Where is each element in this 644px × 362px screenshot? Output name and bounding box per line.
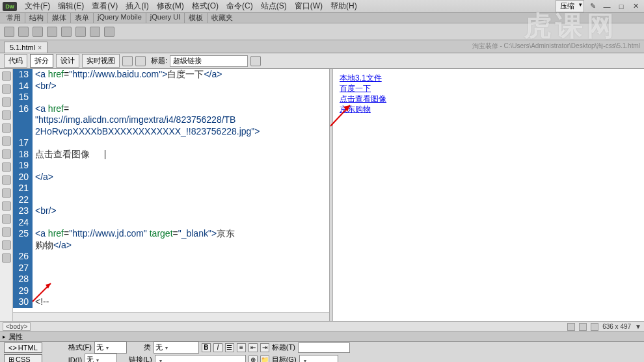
status-icon[interactable] — [579, 323, 587, 331]
preview-link[interactable]: 点击查看图像 — [340, 94, 637, 104]
insert-icon[interactable] — [90, 27, 100, 37]
html-mode-button[interactable]: <>HTML — [4, 343, 42, 353]
class-dropdown[interactable]: 无 — [154, 341, 199, 354]
status-icon[interactable] — [567, 323, 575, 331]
insert-icon[interactable] — [18, 27, 29, 37]
insert-tab[interactable]: 收藏夹 — [208, 13, 237, 23]
code-editor[interactable]: 13<a href="http://www.baidu.com">白度一下</a… — [13, 69, 329, 321]
menu-item[interactable]: 修改(M) — [153, 1, 188, 10]
title-input[interactable] — [298, 343, 350, 353]
layout-dropdown[interactable]: 压缩 — [556, 0, 584, 12]
link-dropdown[interactable] — [155, 355, 246, 363]
insert-icon[interactable] — [47, 27, 57, 37]
code-line[interactable]: 19 — [13, 160, 329, 172]
close-icon[interactable]: ✕ — [630, 2, 641, 11]
code-line[interactable]: "https://img.alicdn.com/imgextra/i4/8237… — [13, 114, 329, 126]
code-line[interactable]: 26 — [13, 251, 329, 263]
menu-item[interactable]: 帮助(H) — [327, 1, 361, 10]
split-view-button[interactable]: 拆分 — [30, 54, 53, 68]
preview-link[interactable]: 百度一下 — [340, 83, 637, 94]
outdent-icon[interactable]: ⇤ — [248, 343, 258, 352]
code-line[interactable]: 29 — [13, 285, 329, 297]
code-line[interactable]: 28 — [13, 274, 329, 285]
insert-tab[interactable]: 常用 — [3, 13, 25, 23]
dropdown-arrow-icon[interactable]: ▼ — [635, 323, 641, 330]
menu-item[interactable]: 插入(I) — [122, 1, 152, 10]
collapse-icon[interactable]: ▸ — [3, 333, 6, 340]
italic-icon[interactable]: I — [213, 343, 222, 352]
code-line[interactable]: 20</a> — [13, 172, 329, 183]
gutter-icon[interactable] — [2, 84, 11, 94]
gutter-icon[interactable] — [2, 201, 11, 211]
gutter-icon[interactable] — [2, 227, 11, 237]
code-line[interactable]: 购物</a> — [13, 240, 329, 252]
close-tab-icon[interactable]: × — [38, 44, 42, 51]
format-dropdown[interactable]: 无 — [94, 341, 127, 354]
preview-link[interactable]: 本地3.1文件 — [340, 73, 637, 83]
insert-tab[interactable]: 表单 — [71, 13, 94, 23]
code-line[interactable]: 16<a href= — [13, 103, 329, 115]
preview-link[interactable]: 京东购物 — [340, 104, 637, 114]
css-mode-button[interactable]: ⊞CSS — [4, 354, 42, 363]
gutter-icon[interactable] — [2, 110, 11, 120]
gutter-icon[interactable] — [2, 240, 11, 250]
insert-tab[interactable]: 结构 — [25, 13, 48, 23]
code-line[interactable]: 25<a href="http://www.jd.com" target="_b… — [13, 228, 329, 240]
code-line[interactable]: 23<br/> — [13, 205, 329, 217]
code-line[interactable]: 15 — [13, 92, 329, 103]
document-tab[interactable]: 5.1.html × — [4, 42, 47, 53]
code-line[interactable]: 21 — [13, 183, 329, 194]
gutter-icon[interactable] — [2, 123, 11, 133]
tag-selector[interactable]: <body> — [3, 322, 31, 331]
code-line[interactable]: 27 — [13, 263, 329, 274]
insert-tab[interactable]: jQuery UI — [146, 13, 185, 23]
gutter-icon[interactable] — [2, 149, 11, 159]
gutter-icon[interactable] — [2, 175, 11, 185]
gutter-icon[interactable] — [2, 162, 11, 172]
insert-icon[interactable] — [61, 27, 72, 37]
menu-item[interactable]: 命令(C) — [222, 1, 257, 10]
maximize-icon[interactable]: □ — [615, 2, 627, 11]
browse-icon[interactable]: 📁 — [260, 356, 269, 363]
code-line[interactable]: 30<!-- — [13, 296, 329, 308]
live-view-button[interactable]: 实时视图 — [82, 54, 120, 68]
code-view-button[interactable]: 代码 — [4, 54, 27, 68]
insert-tab[interactable]: 模板 — [185, 13, 208, 23]
toolbar-icon[interactable] — [250, 56, 261, 66]
horizontal-scrollbar[interactable] — [13, 312, 329, 321]
gutter-icon[interactable] — [2, 253, 11, 263]
ul-icon[interactable]: ☰ — [225, 343, 234, 352]
gutter-icon[interactable] — [2, 97, 11, 107]
code-line[interactable]: 18点击查看图像 — [13, 149, 329, 161]
ol-icon[interactable]: ≡ — [237, 343, 246, 352]
properties-header[interactable]: ▸ 属性 — [0, 331, 644, 342]
bold-icon[interactable]: B — [202, 343, 211, 352]
gutter-icon[interactable] — [2, 214, 11, 224]
indent-icon[interactable]: ⇥ — [260, 343, 269, 352]
menu-item[interactable]: 文件(F) — [21, 1, 54, 10]
insert-icon[interactable] — [104, 27, 114, 37]
menu-item[interactable]: 窗口(W) — [291, 1, 327, 10]
code-line[interactable]: 17 — [13, 137, 329, 149]
toolbar-icon[interactable] — [135, 56, 146, 66]
gutter-icon[interactable] — [2, 136, 11, 146]
insert-icon[interactable] — [75, 27, 86, 37]
code-line[interactable]: 13<a href="http://www.baidu.com">白度一下</a… — [13, 69, 329, 81]
id-dropdown[interactable]: 无 — [85, 354, 117, 362]
sync-icon[interactable]: ✎ — [587, 2, 598, 11]
target-dropdown[interactable] — [299, 355, 338, 363]
gutter-icon[interactable] — [2, 71, 11, 81]
design-view-button[interactable]: 设计 — [56, 54, 79, 68]
page-title-input[interactable] — [170, 55, 248, 67]
menu-item[interactable]: 站点(S) — [257, 1, 291, 10]
code-line[interactable]: 22 — [13, 194, 329, 206]
link-chain-icon[interactable]: ⊕ — [248, 356, 258, 363]
code-line[interactable]: 14<br/> — [13, 81, 329, 92]
code-line[interactable]: 24 — [13, 217, 329, 229]
insert-tab[interactable]: jQuery Mobile — [94, 13, 146, 23]
menu-item[interactable]: 查看(V) — [88, 1, 122, 10]
toolbar-icon[interactable] — [122, 56, 133, 66]
menu-item[interactable]: 编辑(E) — [54, 1, 88, 10]
status-icon[interactable] — [591, 323, 598, 331]
gutter-icon[interactable] — [2, 188, 11, 198]
